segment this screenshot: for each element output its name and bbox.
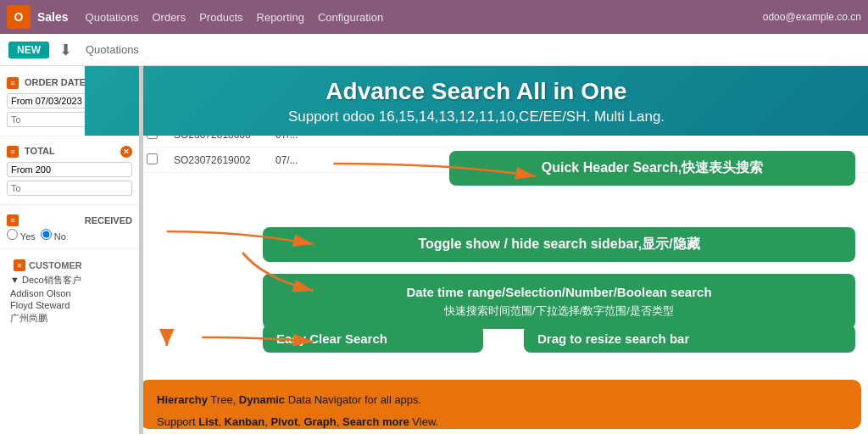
total-from-input[interactable] bbox=[7, 162, 132, 177]
total-to-input[interactable] bbox=[7, 181, 132, 196]
row2-date: 07/... bbox=[269, 154, 362, 166]
total-label: TOTAL bbox=[25, 146, 55, 156]
row1-check[interactable] bbox=[147, 128, 158, 139]
sidebar-resize-handle[interactable] bbox=[139, 66, 143, 434]
received-yes-radio[interactable] bbox=[7, 229, 18, 240]
table-search-row: ✕ Select Range Deco Select... ▾ Select..… bbox=[140, 95, 868, 122]
upload-icon[interactable]: ⬇ bbox=[59, 41, 72, 59]
filter-received-icon: ≡ bbox=[7, 214, 19, 226]
user-display: odoo@example.co.cn bbox=[763, 11, 861, 23]
order-date-label: ORDER DATE bbox=[25, 77, 86, 87]
top-navigation: O Sales Quotations Orders Products Repor… bbox=[0, 0, 868, 34]
total-clear-btn[interactable]: ✕ bbox=[120, 146, 132, 158]
select-filter-1[interactable]: Select... bbox=[466, 101, 523, 115]
filter-icon: ≡ bbox=[7, 77, 19, 89]
nav-reporting[interactable]: Reporting bbox=[257, 11, 304, 24]
filter-customer-icon: ≡ bbox=[14, 259, 25, 271]
select-arrow-1: ▾ bbox=[526, 103, 531, 114]
filter-total: ≡ TOTAL ✕ bbox=[0, 140, 139, 201]
col-customer[interactable]: Customer bbox=[362, 75, 481, 86]
filter-order-date: ≡ ORDER DATE ✕ bbox=[0, 71, 139, 132]
filter-received-header: ≡ RECEIVED bbox=[7, 212, 132, 229]
table-header-row: Number Order Date Customer ⚙ bbox=[140, 66, 868, 95]
filter-received: ≡ RECEIVED Yes No bbox=[0, 209, 139, 245]
date-range-select[interactable]: Select Range bbox=[271, 103, 356, 114]
received-no-radio[interactable] bbox=[41, 229, 52, 240]
customer-label: CUSTOMER bbox=[29, 260, 82, 270]
row2-check[interactable] bbox=[147, 153, 158, 164]
table-row[interactable]: SO23072818006 07/... bbox=[140, 122, 868, 147]
table-row[interactable]: SO23072619002 07/... bbox=[140, 147, 868, 173]
odoo-logo: O bbox=[7, 5, 31, 29]
filter-order-date-header: ≡ ORDER DATE ✕ bbox=[7, 75, 132, 92]
customer-section-title: ≡ CUSTOMER bbox=[7, 256, 132, 273]
received-no-label[interactable]: No bbox=[41, 229, 66, 242]
col-order-date[interactable]: Order Date bbox=[269, 75, 362, 86]
nav-products[interactable]: Products bbox=[199, 11, 242, 24]
filter-total-header: ≡ TOTAL ✕ bbox=[7, 143, 132, 160]
customer-item-2[interactable]: Floyd Steward bbox=[7, 299, 132, 311]
number-search-input[interactable] bbox=[178, 101, 254, 116]
order-date-clear-btn[interactable]: ✕ bbox=[120, 77, 132, 89]
secondary-navigation: NEW ⬇ Quotations bbox=[0, 34, 868, 66]
nav-orders[interactable]: Orders bbox=[152, 11, 186, 24]
received-label: RECEIVED bbox=[85, 215, 132, 225]
received-radio-group: Yes No bbox=[7, 229, 132, 242]
filter-total-icon: ≡ bbox=[7, 146, 19, 158]
customer-item-3[interactable]: 广州尚鹏 bbox=[7, 311, 132, 326]
app-name[interactable]: Sales bbox=[37, 10, 69, 24]
nav-menu: Quotations Orders Products Reporting Con… bbox=[86, 11, 763, 24]
row2-checkbox[interactable] bbox=[147, 153, 167, 168]
new-button[interactable]: NEW bbox=[8, 42, 49, 58]
customer-search-value[interactable]: Deco bbox=[356, 103, 466, 114]
row1-date: 07/... bbox=[269, 129, 362, 141]
clear-number-search-btn[interactable]: ✕ bbox=[167, 103, 175, 114]
row1-number: SO23072818006 bbox=[167, 129, 269, 141]
filter-customer: ≡ CUSTOMER ▼ Deco销售客户 Addison Olson Floy… bbox=[0, 253, 139, 329]
search-sidebar: ≡ ORDER DATE ✕ ≡ TOTAL ✕ bbox=[0, 66, 140, 434]
select-all-checkbox[interactable] bbox=[147, 74, 158, 85]
customer-item-1[interactable]: Addison Olson bbox=[7, 287, 132, 299]
select-arrow-2: ▾ bbox=[595, 103, 600, 114]
received-yes-label[interactable]: Yes bbox=[7, 229, 36, 242]
customer-parent-item[interactable]: ▼ Deco销售客户 bbox=[7, 273, 132, 287]
main-layout: ≡ ORDER DATE ✕ ≡ TOTAL ✕ bbox=[0, 66, 868, 434]
nav-configuration[interactable]: Configuration bbox=[318, 11, 383, 24]
nav-quotations[interactable]: Quotations bbox=[86, 11, 139, 24]
row1-checkbox[interactable] bbox=[147, 127, 167, 142]
content-area: Number Order Date Customer ⚙ ✕ Select Ra… bbox=[140, 66, 868, 434]
row2-number: SO23072619002 bbox=[167, 154, 269, 166]
header-checkbox-cell bbox=[147, 73, 167, 88]
select-filter-2[interactable]: Select... bbox=[535, 101, 592, 115]
nav-right-section: odoo@example.co.cn bbox=[763, 11, 861, 23]
rest-search-cells: Select... ▾ Select... ▾ bbox=[466, 101, 861, 115]
number-search-cell bbox=[178, 100, 271, 116]
col-number[interactable]: Number bbox=[167, 75, 269, 86]
order-date-to-input[interactable] bbox=[7, 112, 132, 127]
order-date-from-input[interactable] bbox=[7, 93, 132, 108]
settings-icon[interactable]: ⚙ bbox=[849, 72, 861, 88]
breadcrumb: Quotations bbox=[86, 43, 139, 56]
